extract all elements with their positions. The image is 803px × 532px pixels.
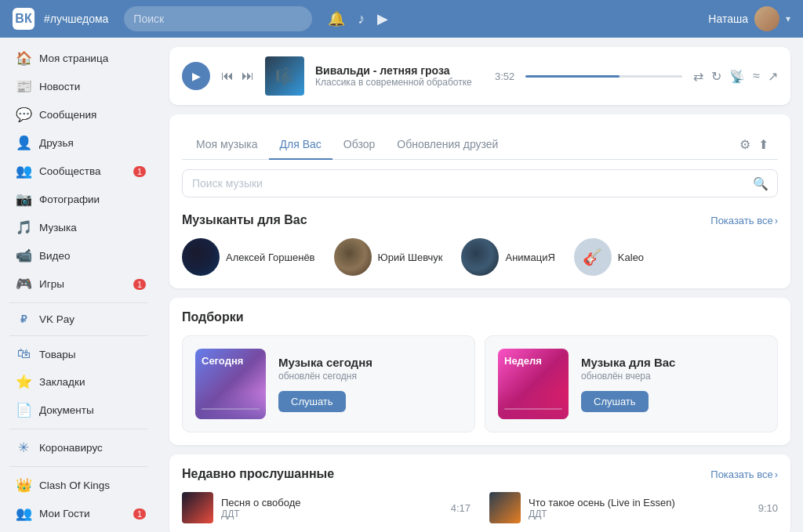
- music-search-input[interactable]: [182, 169, 778, 197]
- sidebar-item-my-page[interactable]: 🏠 Моя страница: [3, 45, 154, 72]
- collections-section-header: Подборки: [182, 310, 778, 324]
- sidebar-item-guests[interactable]: 👥 Мои Гости 1: [3, 500, 154, 527]
- sidebar-label-my-page: Моя страница: [39, 52, 108, 64]
- share-icon[interactable]: ↗: [768, 69, 778, 84]
- sidebar-item-nano[interactable]: 🌾 Нано-ферма: [3, 528, 154, 532]
- collection-badge-week: Неделя: [504, 355, 542, 367]
- chevron-right-icon-2: ›: [775, 469, 778, 480]
- sidebar-item-news[interactable]: 📰 Новости: [3, 73, 154, 100]
- tab-friends-updates[interactable]: Обновления друзей: [386, 130, 509, 160]
- tab-overview[interactable]: Обзор: [332, 130, 386, 160]
- equalizer-icon[interactable]: ≈: [753, 69, 760, 84]
- guests-badge: 1: [133, 508, 146, 519]
- communities-icon: 👥: [16, 163, 31, 179]
- sidebar-label-photos: Фотографии: [39, 194, 100, 205]
- user-menu[interactable]: Наташа ▾: [708, 6, 790, 31]
- sidebar-item-friends[interactable]: 👤 Друзья: [3, 129, 154, 157]
- sidebar-label-communities: Сообщества: [39, 165, 100, 177]
- player-duration: 3:52: [495, 71, 514, 82]
- sidebar-label-bookmarks: Закладки: [39, 376, 85, 388]
- tabs-actions: ⚙ ⬆: [739, 137, 775, 152]
- collection-card-1: Неделя Музыка для Вас обновлён вчера Слу…: [485, 335, 778, 432]
- collection-updated-0: обновлён сегодня: [278, 371, 462, 382]
- sidebar-item-communities[interactable]: 👥 Сообщества 1: [3, 157, 154, 185]
- artists-show-all[interactable]: Показать все ›: [710, 215, 778, 226]
- sidebar-label-guests: Мои Гости: [39, 508, 90, 519]
- bell-icon[interactable]: 🔔: [328, 10, 345, 27]
- header-icon-group: 🔔 ♪ ▶: [328, 10, 388, 27]
- collection-card-0: Сегодня Музыка сегодня обновлён сегодня …: [182, 335, 475, 432]
- collections-card: Подборки Сегодня Музыка сегодня обновлён…: [169, 298, 790, 445]
- filter-icon[interactable]: ⚙: [739, 137, 750, 152]
- sidebar-label-clash: Clash Of Kings: [39, 480, 110, 491]
- sidebar-item-docs[interactable]: 📄 Документы: [3, 396, 154, 424]
- radio-icon[interactable]: 📡: [729, 69, 745, 84]
- artists-section-header: Музыканты для Вас Показать все ›: [182, 213, 778, 227]
- docs-icon: 📄: [16, 402, 31, 418]
- artist-avatar-1: [334, 238, 372, 276]
- sidebar-item-bookmarks[interactable]: ⭐ Закладки: [3, 368, 154, 396]
- prev-track-button[interactable]: ⏮: [221, 69, 234, 83]
- sidebar-item-video[interactable]: 📹 Видео: [3, 242, 154, 270]
- play-pause-button[interactable]: ▶: [182, 62, 210, 90]
- corona-icon: ✳: [16, 440, 31, 456]
- recent-show-all[interactable]: Показать все ›: [710, 469, 778, 480]
- music-note-icon[interactable]: ♪: [358, 11, 365, 27]
- sidebar-label-games: Игры: [39, 278, 64, 290]
- artist-avatar-2: [461, 238, 499, 276]
- vkpay-icon: ₽: [16, 313, 31, 325]
- track-cover-0: [182, 492, 213, 523]
- artist-avatar-0: [182, 238, 220, 276]
- upload-icon[interactable]: ⬆: [758, 137, 768, 152]
- sidebar-item-music[interactable]: 🎵 Музыка: [3, 214, 154, 241]
- bookmarks-icon: ⭐: [16, 374, 31, 390]
- artist-name-2: АнимациЯ: [505, 252, 554, 263]
- vk-logo[interactable]: ВК: [13, 8, 35, 30]
- recent-section-header: Недавно прослушанные Показать все ›: [182, 467, 778, 481]
- track-cover-1: [489, 492, 521, 523]
- music-search-wrapper: 🔍: [182, 169, 778, 197]
- sidebar-item-games[interactable]: 🎮 Игры 1: [3, 270, 154, 298]
- sidebar-item-clash[interactable]: 👑 Clash Of Kings: [3, 472, 154, 499]
- listen-button-0[interactable]: Слушать: [278, 391, 346, 412]
- tab-my-music[interactable]: Моя музыка: [185, 130, 269, 160]
- header: ВК #лучшедома 🔔 ♪ ▶ Наташа ▾: [0, 0, 803, 38]
- recent-card: Недавно прослушанные Показать все › Песн…: [169, 454, 790, 532]
- artist-item-3[interactable]: 🎸 Kaleo: [574, 238, 644, 276]
- collections-row: Сегодня Музыка сегодня обновлён сегодня …: [182, 335, 778, 432]
- games-badge: 1: [133, 279, 146, 290]
- sidebar-divider-1: [9, 302, 147, 303]
- sidebar-label-news: Новости: [39, 81, 80, 92]
- play-icon[interactable]: ▶: [377, 10, 388, 27]
- sidebar-item-goods[interactable]: 🛍 Товары: [3, 341, 154, 367]
- next-track-button[interactable]: ⏭: [242, 69, 254, 83]
- artist-item-2[interactable]: АнимациЯ: [461, 238, 554, 276]
- repeat-icon[interactable]: ↻: [711, 69, 721, 84]
- sidebar-item-messages[interactable]: 💬 Сообщения: [3, 101, 154, 128]
- tab-for-you[interactable]: Для Вас: [269, 130, 332, 160]
- sidebar-item-photos[interactable]: 📷 Фотографии: [3, 186, 154, 213]
- artist-item-0[interactable]: Алексей Горшенёв: [182, 238, 315, 276]
- messages-icon: 💬: [16, 107, 31, 123]
- sidebar-item-vkpay[interactable]: ₽ VK Pay: [3, 308, 154, 331]
- player-controls: ⏮ ⏭: [221, 69, 254, 83]
- listen-button-1[interactable]: Слушать: [581, 391, 649, 412]
- sidebar-label-vkpay: VK Pay: [39, 313, 74, 325]
- goods-icon: 🛍: [16, 346, 31, 362]
- player-extra-controls: ⇄ ↻ 📡 ≈ ↗: [693, 69, 778, 84]
- communities-badge: 1: [133, 166, 146, 177]
- track-item-1[interactable]: Что такое осень (Live in Essen) ДДТ 9:10: [489, 492, 778, 523]
- chevron-right-icon: ›: [775, 215, 778, 226]
- sidebar-label-music: Музыка: [39, 222, 77, 233]
- shuffle-icon[interactable]: ⇄: [693, 69, 703, 84]
- header-search-input[interactable]: [124, 6, 312, 31]
- artist-item-1[interactable]: Юрий Шевчук: [334, 238, 443, 276]
- track-item-0[interactable]: Песня о свободе ДДТ 4:17: [182, 492, 471, 523]
- player-progress-bar[interactable]: [525, 75, 682, 78]
- sidebar-item-corona[interactable]: ✳ Коронавирус: [3, 434, 154, 461]
- collection-name-0: Музыка сегодня: [278, 356, 462, 369]
- sidebar-label-docs: Документы: [39, 404, 94, 416]
- player-track-subtitle: Классика в современной обработке: [315, 77, 484, 88]
- artists-row: Алексей Горшенёв Юрий Шевчук АнимациЯ 🎸 …: [182, 238, 778, 276]
- photos-icon: 📷: [16, 191, 31, 208]
